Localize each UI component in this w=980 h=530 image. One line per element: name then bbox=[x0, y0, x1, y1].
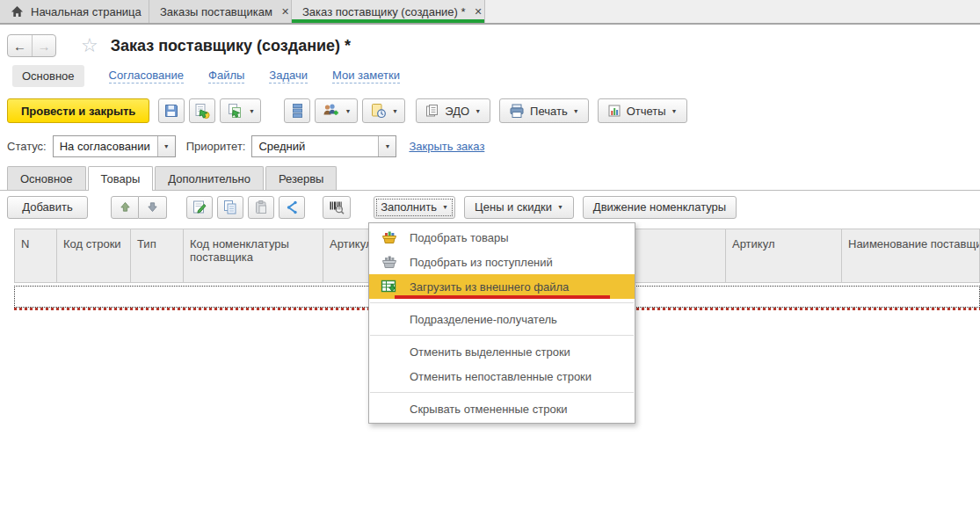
priority-value: Средний bbox=[252, 136, 378, 156]
chevron-down-icon: ▼ bbox=[384, 143, 390, 149]
assign-task-button[interactable]: ▼ bbox=[315, 98, 358, 123]
chevron-down-icon: ▼ bbox=[475, 108, 481, 114]
priority-dropdown-button[interactable]: ▼ bbox=[378, 136, 396, 156]
tab-home[interactable]: Начальная страница bbox=[0, 0, 149, 23]
menu-item-pick-goods[interactable]: Подобрать товары bbox=[369, 225, 635, 250]
nav-item-approval[interactable]: Согласование bbox=[109, 69, 184, 83]
printer-icon bbox=[509, 104, 525, 119]
menu-item-label: Отменить выделенные строки bbox=[410, 345, 635, 359]
save-button[interactable] bbox=[158, 98, 185, 123]
column-header-supplier-name[interactable]: Наименование поставщика bbox=[842, 229, 979, 282]
fill-dropdown-menu: Подобрать товары Подобрать из поступлени… bbox=[368, 222, 635, 424]
forward-arrow-icon: → bbox=[38, 39, 51, 54]
column-header-type[interactable]: Тип bbox=[131, 229, 184, 282]
close-order-link[interactable]: Закрыть заказ bbox=[409, 140, 484, 153]
tab-reserves[interactable]: Резервы bbox=[265, 166, 338, 190]
menu-item-hide-canceled-rows[interactable]: Скрывать отмененные строки bbox=[369, 396, 635, 421]
fill-label: Заполнить bbox=[381, 200, 437, 214]
menu-item-label: Загрузить из внешнего файла bbox=[410, 280, 635, 294]
chevron-down-icon: ▼ bbox=[557, 204, 563, 210]
edo-button[interactable]: ЭДО ▼ bbox=[416, 98, 490, 123]
edit-row-button[interactable] bbox=[186, 196, 213, 219]
nav-item-main[interactable]: Основное bbox=[12, 65, 84, 87]
chevron-down-icon: ▼ bbox=[442, 204, 448, 210]
window-tabbar: Начальная страница Заказы поставщикам ✕ … bbox=[0, 0, 980, 25]
chevron-down-icon: ▼ bbox=[671, 108, 678, 114]
status-value: На согласовании bbox=[54, 136, 157, 156]
menu-item-pick-from-receipts[interactable]: Подобрать из поступлений bbox=[369, 250, 635, 274]
column-header-n[interactable]: N bbox=[15, 229, 57, 282]
split-rows-button[interactable] bbox=[279, 196, 305, 219]
menu-item-cancel-undelivered-rows[interactable]: Отменить непоставленные строки bbox=[369, 364, 635, 388]
chevron-down-icon: ▼ bbox=[392, 108, 398, 114]
tab-additional[interactable]: Дополнительно bbox=[155, 166, 264, 190]
post-and-close-button[interactable]: Провести и закрыть bbox=[7, 98, 149, 123]
edo-icon bbox=[425, 104, 439, 118]
split-rows-icon bbox=[285, 200, 299, 214]
nav-item-notes[interactable]: Мои заметки bbox=[332, 69, 400, 83]
arrow-up-icon bbox=[120, 201, 131, 213]
menu-item-cancel-selected-rows[interactable]: Отменить выделенные строки bbox=[369, 339, 635, 364]
copy-icon bbox=[222, 200, 238, 215]
menu-separator bbox=[370, 392, 634, 393]
print-button[interactable]: Печать ▼ bbox=[499, 98, 589, 123]
edit-icon bbox=[192, 200, 207, 215]
edo-label: ЭДО bbox=[445, 105, 469, 118]
menu-item-load-external-file[interactable]: Загрузить из внешнего файла bbox=[369, 274, 635, 299]
reports-icon bbox=[607, 104, 621, 118]
reminder-button[interactable]: ▼ bbox=[362, 98, 405, 123]
favorite-star-icon[interactable]: ☆ bbox=[81, 36, 98, 55]
column-header-line-code[interactable]: Код строки bbox=[57, 229, 131, 282]
reports-button[interactable]: Отчеты ▼ bbox=[598, 98, 687, 123]
arrow-down-icon bbox=[147, 201, 158, 213]
barcode-scan-button[interactable] bbox=[323, 196, 351, 219]
nav-item-tasks[interactable]: Задачи bbox=[269, 69, 308, 83]
add-row-button[interactable]: Добавить bbox=[7, 196, 88, 219]
app-window: Начальная страница Заказы поставщикам ✕ … bbox=[0, 0, 980, 530]
fill-menu-button[interactable]: Заполнить ▼ bbox=[374, 196, 455, 219]
tab-order-create[interactable]: Заказ поставщику (создание) * ✕ bbox=[292, 0, 485, 23]
status-dropdown-button[interactable]: ▼ bbox=[157, 136, 175, 156]
move-down-button[interactable] bbox=[139, 196, 167, 219]
close-icon[interactable]: ✕ bbox=[475, 6, 483, 18]
home-icon bbox=[11, 5, 24, 18]
register-records-button[interactable] bbox=[284, 98, 310, 123]
move-up-button[interactable] bbox=[111, 196, 139, 219]
copy-row-button[interactable] bbox=[217, 196, 243, 219]
status-row: Статус: На согласовании ▼ Приоритет: Сре… bbox=[0, 130, 980, 162]
post-and-close-label: Провести и закрыть bbox=[21, 105, 135, 118]
post-document-icon bbox=[193, 103, 211, 120]
tab-reserves-label: Резервы bbox=[279, 172, 324, 185]
title-row: ← → ☆ Заказ поставщику (создание) * bbox=[0, 25, 980, 60]
priority-combobox[interactable]: Средний ▼ bbox=[251, 135, 396, 157]
status-combobox[interactable]: На согласовании ▼ bbox=[53, 135, 176, 157]
tab-goods[interactable]: Товары bbox=[88, 166, 154, 191]
menu-item-label: Подобрать товары bbox=[410, 231, 635, 244]
tab-main[interactable]: Основное bbox=[7, 166, 86, 190]
add-row-label: Добавить bbox=[22, 200, 72, 214]
nav-item-files[interactable]: Файлы bbox=[208, 69, 244, 83]
forward-button[interactable]: → bbox=[32, 35, 55, 56]
menu-item-receiver-department[interactable]: Подразделение-получатель bbox=[369, 307, 635, 331]
register-icon bbox=[291, 103, 304, 119]
tab-orders-list[interactable]: Заказы поставщикам ✕ bbox=[149, 0, 292, 23]
back-arrow-icon: ← bbox=[13, 39, 26, 54]
column-header-article-2[interactable]: Артикул bbox=[726, 229, 842, 282]
back-button[interactable]: ← bbox=[8, 35, 32, 56]
create-based-on-button[interactable]: ▼ bbox=[220, 98, 261, 123]
menu-item-label: Подобрать из поступлений bbox=[410, 256, 635, 269]
column-header-supplier-item-code[interactable]: Код номенклатуры поставщика bbox=[184, 229, 323, 282]
post-document-button[interactable] bbox=[189, 98, 215, 123]
item-movement-button[interactable]: Движение номенклатуры bbox=[583, 196, 737, 219]
form-tabs: Основное Товары Дополнительно Резервы bbox=[0, 162, 980, 191]
prices-discounts-button[interactable]: Цены и скидки ▼ bbox=[464, 196, 574, 219]
load-external-file-icon bbox=[369, 280, 410, 294]
reminder-icon bbox=[370, 103, 387, 119]
red-underline-annotation bbox=[395, 295, 610, 299]
prices-discounts-label: Цены и скидки bbox=[475, 200, 552, 214]
paste-icon bbox=[253, 200, 269, 215]
close-icon[interactable]: ✕ bbox=[281, 6, 289, 18]
tab-main-label: Основное bbox=[20, 172, 73, 185]
paste-row-button[interactable] bbox=[248, 196, 274, 219]
chevron-down-icon: ▼ bbox=[573, 108, 579, 114]
